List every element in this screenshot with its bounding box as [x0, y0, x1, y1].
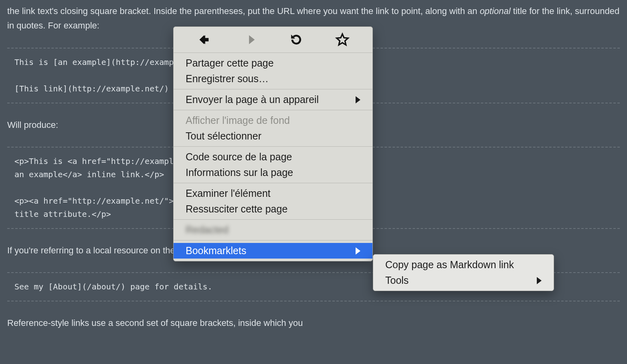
menu-item[interactable]: Bookmarklets: [174, 243, 372, 259]
menu-item[interactable]: Redacted: [174, 222, 372, 238]
menu-group: Examiner l'élémentRessusciter cette page: [174, 183, 372, 219]
menu-group: Redacted: [174, 219, 372, 240]
menu-item-label: Ressusciter cette page: [186, 202, 287, 216]
menu-item[interactable]: Enregistrer sous…: [174, 71, 372, 87]
submenu-item[interactable]: Tools: [373, 273, 554, 288]
chevron-right-icon: [537, 277, 542, 284]
menu-item-label: Tout sélectionner: [186, 129, 261, 143]
menu-group: Afficher l'image de fondTout sélectionne…: [174, 110, 372, 146]
menu-group: Envoyer la page à un appareil: [174, 89, 372, 110]
context-menu: Partager cette pageEnregistrer sous…Envo…: [173, 26, 373, 261]
menu-item[interactable]: Partager cette page: [174, 55, 372, 71]
menu-item-label: Redacted: [186, 223, 229, 237]
menu-item-label: Bookmarklets: [186, 244, 246, 258]
chevron-right-icon: [356, 247, 360, 255]
context-submenu: Copy page as Markdown linkTools: [373, 254, 554, 291]
reload-icon[interactable]: [289, 32, 303, 47]
forward-icon[interactable]: [243, 32, 257, 47]
menu-item-label: Afficher l'image de fond: [186, 113, 290, 127]
menu-item-label: Informations sur la page: [186, 166, 293, 180]
submenu-item-label: Tools: [385, 273, 409, 287]
menu-item[interactable]: Examiner l'élément: [174, 186, 372, 201]
text-fragment: the link text's closing square bracket. …: [7, 6, 480, 16]
menu-group: Code source de la pageInformations sur l…: [174, 146, 372, 183]
menu-item[interactable]: Ressusciter cette page: [174, 201, 372, 217]
star-icon[interactable]: [335, 32, 350, 47]
menu-item[interactable]: Envoyer la page à un appareil: [174, 92, 372, 107]
back-icon[interactable]: [197, 32, 211, 47]
menu-item-label: Enregistrer sous…: [186, 72, 269, 86]
chevron-right-icon: [356, 96, 360, 103]
submenu-item-label: Copy page as Markdown link: [385, 258, 514, 272]
doc-paragraph: Reference-style links use a second set o…: [7, 316, 620, 330]
menu-group: Partager cette pageEnregistrer sous…: [174, 53, 372, 89]
menu-item-label: Partager cette page: [186, 56, 274, 70]
italic-text: optional: [480, 6, 511, 16]
context-menu-toolbar: [174, 27, 372, 53]
submenu-item[interactable]: Copy page as Markdown link: [373, 257, 554, 273]
menu-group: Bookmarklets: [174, 240, 372, 261]
menu-item[interactable]: Code source de la page: [174, 149, 372, 165]
menu-item-label: Examiner l'élément: [186, 186, 271, 200]
menu-item: Afficher l'image de fond: [174, 113, 372, 128]
menu-item[interactable]: Informations sur la page: [174, 165, 372, 180]
menu-item-label: Code source de la page: [186, 150, 292, 164]
menu-groups: Partager cette pageEnregistrer sous…Envo…: [174, 53, 372, 261]
menu-item-label: Envoyer la page à un appareil: [186, 93, 319, 107]
menu-item[interactable]: Tout sélectionner: [174, 128, 372, 144]
